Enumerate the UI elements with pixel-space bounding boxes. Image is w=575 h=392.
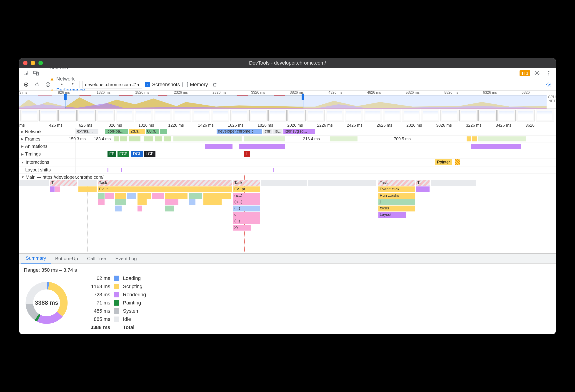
tab-bottom-up[interactable]: Bottom-Up <box>51 253 82 264</box>
fcp-marker[interactable]: FCP <box>118 151 129 157</box>
network-item[interactable]: 60.p. <box>146 129 159 134</box>
settings-icon[interactable] <box>532 68 542 78</box>
titlebar: DevTools - developer.chrome.com/ <box>19 58 556 68</box>
collect-garbage-button[interactable] <box>211 80 219 89</box>
dcl-marker[interactable]: DCL <box>131 151 143 157</box>
memory-checkbox[interactable] <box>183 82 188 87</box>
screenshot-thumbnail[interactable] <box>39 110 57 122</box>
chevron-right-icon[interactable]: ▶ <box>21 144 24 148</box>
inspect-icon[interactable] <box>21 68 31 78</box>
save-profile-button[interactable] <box>69 80 77 89</box>
tab-summary[interactable]: Summary <box>21 253 51 264</box>
screenshot-thumbnail[interactable] <box>116 110 134 122</box>
network-item[interactable]: itter.svg (d... <box>283 129 315 134</box>
screenshot-thumbnail[interactable] <box>230 110 248 122</box>
screenshot-thumbnail[interactable] <box>20 110 38 122</box>
legend-row: 71 msPainting <box>83 300 146 306</box>
screenshot-thumbnail[interactable] <box>479 110 497 122</box>
more-icon[interactable] <box>544 68 554 78</box>
performance-toolbar: developer.chrome.com #1▾ ✓ Screenshots M… <box>19 79 556 91</box>
capture-settings-icon[interactable] <box>545 80 553 89</box>
chevron-down-icon[interactable]: ▼ <box>21 161 24 164</box>
legend-row: 885 msIdle <box>83 316 146 322</box>
selection-handle-right[interactable] <box>302 94 304 100</box>
screenshot-thumbnail[interactable] <box>517 110 535 122</box>
screenshot-thumbnail[interactable] <box>173 110 191 122</box>
tab-event-log[interactable]: Event Log <box>111 253 141 264</box>
chevron-down-icon[interactable]: ▼ <box>21 175 24 179</box>
screenshots-label: Screenshots <box>152 82 180 88</box>
network-item[interactable]: extras.... <box>76 129 98 134</box>
layout-shifts-track[interactable]: Layout shifts <box>19 167 556 174</box>
issues-badge[interactable]: ◧1 <box>520 70 530 76</box>
load-marker[interactable]: L <box>244 151 250 157</box>
pointer-interaction[interactable]: Pointer <box>435 159 452 165</box>
chevron-right-icon[interactable]: ▶ <box>21 152 24 156</box>
chevron-right-icon[interactable]: ▶ <box>21 130 24 133</box>
animations-track[interactable]: ▶Animations <box>19 143 556 150</box>
devtools-window: DevTools - developer.chrome.com/ Console… <box>19 58 556 334</box>
net-label: NET <box>547 99 556 103</box>
screenshot-thumbnail[interactable] <box>345 110 363 122</box>
recording-select[interactable]: developer.chrome.com #1▾ <box>82 81 142 88</box>
selection-handle-left[interactable] <box>64 94 67 100</box>
frames-track[interactable]: ▶Frames 150.3 ms 183.4 ms 216.4 ms 700.5… <box>19 136 556 143</box>
summary-donut: 3388 ms <box>24 280 69 326</box>
traffic-lights <box>23 61 43 65</box>
screenshots-filmstrip[interactable] <box>19 109 556 122</box>
screenshot-thumbnail[interactable] <box>135 110 153 122</box>
screenshot-thumbnail[interactable] <box>402 110 420 122</box>
fp-marker[interactable]: FP <box>107 151 116 157</box>
interactions-track[interactable]: ▼Interactions Pointer <box>19 158 556 167</box>
record-button[interactable] <box>22 80 30 89</box>
load-profile-button[interactable] <box>58 80 66 89</box>
chevron-right-icon[interactable]: ▶ <box>21 137 24 141</box>
svg-point-8 <box>25 84 27 85</box>
network-item[interactable]: ie... <box>273 129 283 134</box>
screenshot-thumbnail[interactable] <box>192 110 210 122</box>
screenshot-thumbnail[interactable] <box>383 110 401 122</box>
network-item[interactable]: chr <box>264 129 272 134</box>
reload-record-button[interactable] <box>33 80 41 89</box>
screenshot-thumbnail[interactable] <box>421 110 439 122</box>
screenshot-thumbnail[interactable] <box>211 110 229 122</box>
screenshot-thumbnail[interactable] <box>268 110 287 122</box>
screenshot-thumbnail[interactable] <box>326 110 344 122</box>
screenshot-thumbnail[interactable] <box>459 110 478 122</box>
close-window[interactable] <box>23 61 27 65</box>
summary-tabbar: SummaryBottom-UpCall TreeEvent Log <box>19 253 556 264</box>
network-item[interactable] <box>160 129 167 134</box>
panel-tabbar: ConsoleElementsSources▲Network▲Performan… <box>19 68 556 79</box>
screenshot-thumbnail[interactable] <box>96 110 115 122</box>
screenshot-thumbnail[interactable] <box>154 110 172 122</box>
minimize-window[interactable] <box>31 61 35 65</box>
network-item[interactable]: developer.chrome.c <box>216 129 262 134</box>
summary-legend: 62 msLoading1163 msScripting723 msRender… <box>83 275 146 330</box>
tab-call-tree[interactable]: Call Tree <box>82 253 111 264</box>
main-thread-track[interactable]: ▼Main — https://developer.chrome.com/ T.… <box>19 174 556 253</box>
overview-chart[interactable]: 3 ms826 ms1326 ms1826 ms2326 ms2826 ms33… <box>19 91 556 109</box>
network-item[interactable]: 2d.s... <box>129 129 145 134</box>
screenshot-thumbnail[interactable] <box>536 110 554 122</box>
screenshot-thumbnail[interactable] <box>77 110 96 122</box>
timings-track[interactable]: ▶Timings FP FCP DCL LCP L <box>19 150 556 158</box>
screenshot-thumbnail[interactable] <box>58 110 77 122</box>
network-item[interactable]: icon-ba... <box>105 129 128 134</box>
screenshot-thumbnail[interactable] <box>498 110 516 122</box>
svg-point-11 <box>548 84 550 85</box>
svg-point-4 <box>549 71 549 72</box>
clear-button[interactable] <box>44 80 52 89</box>
svg-point-6 <box>549 74 549 75</box>
screenshot-thumbnail[interactable] <box>288 110 306 122</box>
screenshot-thumbnail[interactable] <box>364 110 382 122</box>
screenshot-thumbnail[interactable] <box>307 110 325 122</box>
screenshot-thumbnail[interactable] <box>249 110 267 122</box>
screenshots-checkbox[interactable]: ✓ <box>145 82 150 87</box>
lcp-marker[interactable]: LCP <box>144 151 155 157</box>
network-track[interactable]: ▶Network extras.... icon-ba... 2d.s... 6… <box>19 128 556 136</box>
maximize-window[interactable] <box>38 61 43 65</box>
detail-ruler[interactable]: ms426 ms626 ms826 ms1026 ms1226 ms1426 m… <box>19 122 556 128</box>
screenshot-thumbnail[interactable] <box>440 110 458 122</box>
device-toolbar-icon[interactable] <box>31 68 41 78</box>
legend-row: 723 msRendering <box>83 292 146 298</box>
